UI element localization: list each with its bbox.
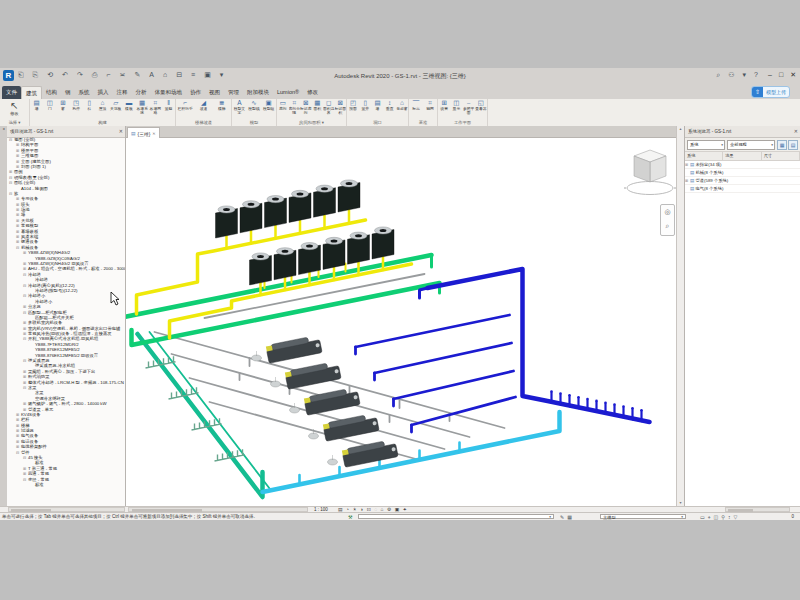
ribbon-tab[interactable]: 附加模块 xyxy=(243,86,273,99)
qat-icon[interactable]: ▣ xyxy=(204,71,211,79)
ribbon-button[interactable]: ⌗ 轴网 xyxy=(423,99,437,119)
ribbon-tab[interactable]: 注释 xyxy=(113,86,132,99)
window-control-button[interactable]: □ xyxy=(779,71,783,79)
qat-icon[interactable]: ⎙ xyxy=(92,71,98,79)
selection-toggle-icon[interactable]: ▽ xyxy=(733,514,737,521)
zoom-icon[interactable]: ⌕ xyxy=(661,219,674,233)
column-header[interactable]: 尺寸 xyxy=(762,152,800,160)
ribbon-tab[interactable]: 建筑 xyxy=(21,86,42,99)
ribbon-button[interactable]: ↕ 垂直 xyxy=(384,99,396,119)
qat-icon[interactable]: ⟲ xyxy=(47,71,53,79)
model-upload-button[interactable]: ⇧ 模型上传 xyxy=(751,86,790,98)
selection-toggle-icon[interactable]: ▭ xyxy=(700,514,705,521)
selection-toggle-icon[interactable]: ⌖ xyxy=(708,514,711,521)
ribbon-tab[interactable]: 分析 xyxy=(132,86,151,99)
window-control-button[interactable]: ✕ xyxy=(790,71,796,79)
ribbon-button[interactable]: ⌂ 老虎窗 xyxy=(396,99,408,119)
system-filter-dropdown[interactable]: 系统 xyxy=(687,140,725,150)
qat-icon[interactable]: ↶ xyxy=(62,71,68,79)
selection-toggle-icon[interactable]: ◫ xyxy=(714,514,719,521)
ribbon-tab[interactable]: 结构 xyxy=(42,86,61,99)
selection-toggle-icon[interactable]: ↕ xyxy=(728,514,731,521)
ribbon-button[interactable]: ⎯ 参照平面 xyxy=(463,99,475,119)
close-icon[interactable]: ✕ xyxy=(119,126,123,137)
design-option-dropdown[interactable]: 主模型 xyxy=(600,514,686,520)
system-row[interactable]: ⊞▤ 未指定(34 项) xyxy=(685,161,800,169)
titlebar-icon[interactable]: ⚇ xyxy=(728,71,734,79)
selection-toggle-icon[interactable]: ⚲ xyxy=(721,514,725,521)
steering-wheel-icon[interactable]: ◎ xyxy=(661,205,674,219)
ribbon-button[interactable]: ▤ 墙 xyxy=(30,99,43,119)
system-row[interactable]: ▤ 机械(8 个系统) xyxy=(685,169,800,177)
ribbon-button[interactable]: ⊞ 窗 xyxy=(56,99,69,119)
tree-item[interactable]: 标准 xyxy=(7,482,125,487)
system-browser-tool-icon[interactable]: ▤ xyxy=(788,140,798,150)
ribbon-button[interactable]: ◫ 门 xyxy=(43,99,56,119)
ribbon-tab[interactable]: 文件 xyxy=(2,86,21,99)
ribbon-button[interactable]: ⌐ 栏杆扶手 xyxy=(176,99,194,119)
edit-icon[interactable]: ✎ xyxy=(560,514,564,520)
ribbon-tab[interactable]: 管理 xyxy=(224,86,243,99)
ribbon-button[interactable]: ⌗ 房间分隔 xyxy=(289,99,301,119)
3d-piping-model[interactable] xyxy=(126,138,676,506)
ribbon-button[interactable]: ⊠ 标记房间 xyxy=(300,99,312,119)
titlebar-icon[interactable]: ⌕ xyxy=(716,71,720,79)
ribbon-tab[interactable]: 钢 xyxy=(61,86,75,99)
qat-icon[interactable]: ⌐ xyxy=(106,71,110,79)
ribbon-button[interactable]: ◫ 显示 xyxy=(450,99,462,119)
system-browser-tool-icon[interactable]: ▦ xyxy=(777,140,787,150)
ribbon-button[interactable]: ▣ 模型组 xyxy=(261,99,276,119)
qat-icon[interactable]: ⌂ xyxy=(163,71,167,79)
ribbon-button[interactable]: ◰ 按面 xyxy=(347,99,359,119)
qat-icon[interactable]: A xyxy=(149,71,154,79)
ribbon-tab[interactable]: 系统 xyxy=(75,86,94,99)
ribbon-button[interactable]: ◱ 查看器 xyxy=(475,99,487,119)
ribbon-button[interactable]: ◢ 坡道 xyxy=(194,99,212,119)
ribbon-button[interactable]: ▬ 楼板 xyxy=(122,99,135,119)
ribbon-tab[interactable]: 协作 xyxy=(186,86,205,99)
navigation-bar[interactable]: ◎ ⌕ xyxy=(660,204,675,236)
canvas-vertical-scrollbar[interactable]: ▴ ▾ xyxy=(676,126,684,506)
ribbon-button[interactable]: A 模型文字 xyxy=(232,99,247,119)
chillers[interactable] xyxy=(266,335,399,467)
ribbon-button[interactable]: ▦ 幕墙系统 xyxy=(136,99,149,119)
window-control-button[interactable]: – xyxy=(768,71,772,79)
titlebar-icon[interactable]: ? xyxy=(754,71,758,79)
ribbon-button[interactable]: ≣ 楼梯 xyxy=(213,99,231,119)
workset-dropdown[interactable] xyxy=(358,514,554,520)
ribbon-tab[interactable]: Lumion® xyxy=(273,86,303,99)
ribbon-tab[interactable]: 修改 xyxy=(303,86,322,99)
column-header[interactable]: 流量 xyxy=(723,152,761,160)
tree-item[interactable]: ⊞AHU - 组合式 - 空调机组 - 卧式 - 标准 - 2000 - 300… xyxy=(7,266,125,271)
qat-icon[interactable]: ⎘ xyxy=(33,71,39,79)
ribbon-tab[interactable]: 视图 xyxy=(205,86,224,99)
close-icon[interactable]: ✕ xyxy=(794,126,798,137)
qat-icon[interactable]: ≍ xyxy=(120,71,126,79)
qat-icon[interactable]: ⎗ xyxy=(18,71,24,79)
ribbon-button[interactable]: ▭ 房间 xyxy=(277,99,289,119)
discipline-filter-dropdown[interactable]: 全部规程 xyxy=(727,140,775,150)
ribbon-tab[interactable]: 体量和场地 xyxy=(151,86,187,99)
drawing-canvas[interactable]: ◎ ⌕ xyxy=(126,138,676,506)
titlebar-icon[interactable]: ▾ xyxy=(743,71,747,79)
column-header[interactable]: 系统 xyxy=(685,152,723,160)
qat-icon[interactable]: ✎ xyxy=(134,71,140,79)
ribbon-button[interactable]: ▱ 天花板 xyxy=(109,99,122,119)
scroll-up-arrow[interactable]: ▴ xyxy=(677,126,684,132)
ribbon-button[interactable]: ▦ 面积 xyxy=(312,99,324,119)
ribbon-tab[interactable]: 插入 xyxy=(94,86,113,99)
system-row[interactable]: ⊞▤ 管道(589 个系统) xyxy=(685,177,800,185)
ribbon-button[interactable]: ◳ 构件 xyxy=(70,99,83,119)
qat-icon[interactable]: ▾ xyxy=(220,71,224,79)
ribbon-button[interactable]: ▯ 竖井 xyxy=(359,99,371,119)
qat-icon[interactable]: ↷ xyxy=(77,71,83,79)
cooling-towers-row-a[interactable] xyxy=(216,180,361,238)
grid-icon[interactable]: ▦ xyxy=(567,514,572,520)
ribbon-button[interactable]: ⊞ 设置 xyxy=(438,99,450,119)
ribbon-button[interactable]: ▯ 柱 xyxy=(83,99,96,119)
ribbon-button[interactable]: ⌂ 屋顶 xyxy=(96,99,109,119)
ribbon-button[interactable]: ▤ 墙 xyxy=(371,99,383,119)
ribbon-button[interactable]: ⌗ 幕墙网格 xyxy=(149,99,162,119)
ribbon-button[interactable]: ‖ 竖梃 xyxy=(162,99,175,119)
ribbon-button[interactable]: ⎺ 标高 xyxy=(409,99,423,119)
